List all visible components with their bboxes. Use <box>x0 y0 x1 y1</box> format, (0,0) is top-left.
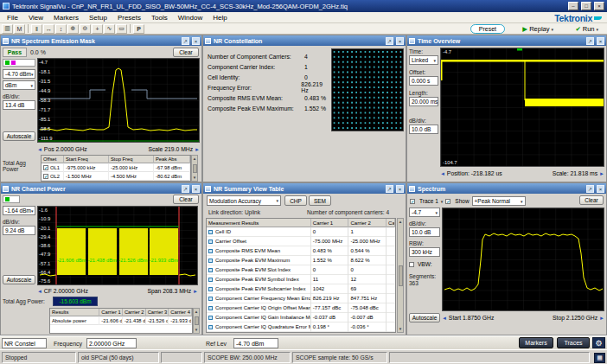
replay-control[interactable]: ▶ Replay ▾ <box>522 25 553 33</box>
rbw-field[interactable]: 300 kHz <box>409 247 440 257</box>
autoscale-button[interactable]: Autoscale <box>409 313 440 322</box>
ref-level-dropdown[interactable]: -4.70 dBm▾ <box>3 69 35 79</box>
ref-level-field[interactable]: -4.70 dBm <box>233 338 278 348</box>
gear-icon[interactable]: ⚙ <box>592 337 605 348</box>
scale-readout[interactable]: Scale 219.0 MHz <box>148 146 193 152</box>
menu-item[interactable]: Tools <box>146 12 173 23</box>
autoscale-button[interactable]: Autoscale <box>3 131 35 141</box>
undock-icon[interactable]: ↗ <box>386 185 393 193</box>
box-icon[interactable]: ▭ <box>116 24 127 34</box>
table-row[interactable]: Component Carrier IQ Gain Imbalance Mean… <box>207 313 395 322</box>
app-mode-box[interactable]: NR Constel <box>2 338 47 348</box>
summary-table[interactable]: Measurement Results Carrier 1 Carrier 2 … <box>206 218 396 333</box>
marker-icon[interactable]: M <box>14 24 25 34</box>
dbdiv-field[interactable]: 10.0 dB <box>409 125 438 134</box>
summary-scrollbar[interactable]: ▲ ▼ <box>397 218 404 333</box>
row-checkbox[interactable]: ✔ <box>43 174 48 179</box>
dbdiv-field[interactable]: 13.4 dB <box>3 100 35 110</box>
crosshair-icon[interactable]: + <box>92 24 103 34</box>
row-checkbox[interactable]: ✔ <box>43 165 48 170</box>
offset-field[interactable]: 0.000 s <box>409 76 438 86</box>
markers-button[interactable]: Markers <box>519 337 553 348</box>
ref-level-dropdown[interactable]: -1.64 dBm▾ <box>3 206 35 215</box>
right-arrow-icon[interactable]: ► <box>193 289 198 294</box>
close-icon[interactable]: × <box>396 185 404 193</box>
dbdiv-field[interactable]: 10.0 dB <box>409 227 440 237</box>
undock-icon[interactable]: ↗ <box>586 37 594 45</box>
left-arrow-icon[interactable]: ◄ <box>37 289 42 294</box>
traces-button[interactable]: Traces <box>557 337 590 348</box>
sem-titlebar[interactable]: NR Spectrum Emission Mask ↗ × <box>1 35 201 46</box>
sem-toggle-button[interactable]: SEM <box>309 195 331 206</box>
close-icon[interactable]: × <box>192 37 200 45</box>
scroll-up-icon[interactable]: ▲ <box>193 156 196 161</box>
chp-table-scrollbar[interactable]: ▲ ▼ <box>193 308 200 334</box>
right-arrow-icon[interactable]: ► <box>195 147 200 152</box>
menu-item[interactable]: Help <box>208 12 232 23</box>
table-row[interactable]: Component Carrier IQ Quadrature Error Me… <box>207 322 395 332</box>
table-row[interactable]: Cell ID 0 1 <box>207 227 395 237</box>
maximize-icon[interactable]: □ <box>581 2 591 10</box>
close-icon[interactable]: × <box>396 37 404 45</box>
dbdiv-field[interactable]: 9.24 dB <box>3 226 35 235</box>
pos-readout[interactable]: Pos 2.0000 GHz <box>44 146 87 152</box>
clear-button[interactable]: Clear <box>579 195 604 205</box>
show-checkbox[interactable]: ✔ <box>445 199 450 204</box>
undock-icon[interactable]: ↗ <box>386 37 393 45</box>
arrows-v-icon[interactable]: ↕ <box>55 24 67 34</box>
table-row[interactable]: Composite Peak EVM Slot Index 0 0 <box>207 265 395 275</box>
frequency-field[interactable]: 2.00000 GHz <box>86 338 137 348</box>
scroll-up-icon[interactable]: ▲ <box>399 220 402 224</box>
table-row[interactable]: ✔OL1 -975.000 kHz -25.000 kHz -67.98 dBm <box>42 163 190 172</box>
length-field[interactable]: 20.000 ms <box>409 97 438 106</box>
unit-dropdown[interactable]: dBm▾ <box>3 80 35 90</box>
left-arrow-icon[interactable]: ◄ <box>442 316 447 321</box>
channel-power-titlebar[interactable]: NR Channel Power ↗ × <box>1 183 201 194</box>
chevron-down-icon[interactable]: ▾ <box>551 27 553 32</box>
scroll-up-icon[interactable]: ▲ <box>195 310 198 314</box>
right-arrow-icon[interactable]: ► <box>599 316 604 321</box>
menu-item[interactable]: Setup <box>84 12 112 23</box>
scroll-down-icon[interactable]: ▼ <box>195 328 198 332</box>
spectrum-titlebar[interactable]: Spectrum ↗ × <box>407 183 606 194</box>
table-row[interactable]: Component Carrier IQ Origin Offset Mean … <box>207 303 395 313</box>
waveform-icon[interactable]: ∿ <box>104 24 115 34</box>
sem-table-scrollbar[interactable]: ▲ ▼ <box>191 155 198 182</box>
preset-button[interactable]: Preset <box>470 24 505 34</box>
sem-offsets-table[interactable]: Offset Start Freq Stop Freq Peak Abs ✔OL… <box>41 155 191 182</box>
zoom-out-icon[interactable]: ⊖ <box>80 24 91 34</box>
open-icon[interactable]: ▥ <box>2 24 13 34</box>
clear-button[interactable]: Clear <box>173 48 199 57</box>
layout-icon[interactable]: ▦ <box>594 353 605 363</box>
chp-results-table[interactable]: Results Carrier 1 Carrier 2 Carrier 3 Ca… <box>49 308 193 334</box>
close-icon[interactable]: × <box>597 185 604 193</box>
table-row[interactable]: Carrier Offset -75.000 MHz -25.000 MHz <box>207 237 395 246</box>
time-mode-dropdown[interactable]: Linked▾ <box>409 55 438 65</box>
sem-plot[interactable]: -4.7-18.1-31.5-44.9-58.3-71.7-85.1-98.5-… <box>37 58 200 143</box>
vbw-checkbox[interactable] <box>409 262 414 267</box>
scroll-down-icon[interactable]: ▼ <box>399 327 402 331</box>
constellation-titlebar[interactable]: NR Constellation ↗ × <box>203 35 406 46</box>
spectrum-plot[interactable] <box>442 208 604 311</box>
left-arrow-icon[interactable]: ◄ <box>440 171 445 176</box>
trace-checkbox[interactable]: ✔ <box>410 199 415 204</box>
left-arrow-icon[interactable]: ◄ <box>37 147 42 152</box>
time-overview-plot[interactable]: -4.7 -104.7 <box>440 48 604 167</box>
stop-freq-readout[interactable]: Stop 2.1250 GHz <box>553 315 597 321</box>
close-icon[interactable]: × <box>192 185 200 193</box>
position-readout[interactable]: Position: -218.182 us <box>447 170 502 176</box>
ref-level-field[interactable]: -4.7▾ <box>409 208 440 217</box>
menu-item[interactable]: View <box>23 12 48 23</box>
cf-readout[interactable]: CF 2.00000 GHz <box>44 288 88 294</box>
undock-icon[interactable]: ↗ <box>182 37 189 45</box>
scale-readout[interactable]: Scale: 21.818 ms <box>553 170 598 176</box>
time-overview-titlebar[interactable]: Time Overview ↗ × <box>407 35 606 46</box>
menu-item[interactable]: File <box>2 12 23 23</box>
menu-item[interactable]: Markers <box>48 12 84 23</box>
pause-icon[interactable]: ‖ <box>31 24 42 34</box>
right-arrow-icon[interactable]: ► <box>599 171 604 176</box>
chevron-down-icon[interactable]: ▾ <box>441 199 444 204</box>
preset-p-icon[interactable]: P <box>133 24 144 34</box>
channel-power-plot[interactable]: -1.6-10.9-20.1-29.4-38.6-47.9-57.1-66.4-… <box>37 206 198 285</box>
detector-dropdown[interactable]: +Peak Normal▾ <box>472 196 526 206</box>
